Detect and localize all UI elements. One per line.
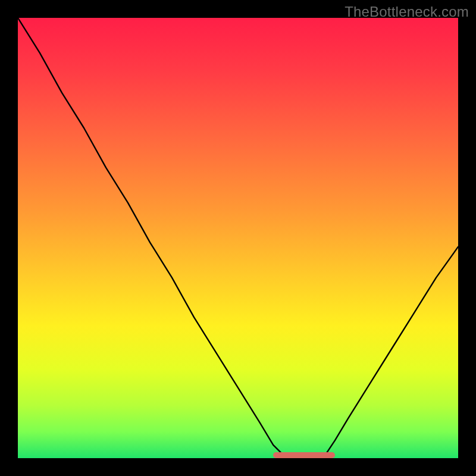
optimal-range-marker — [273, 452, 335, 458]
watermark-text: TheBottleneck.com — [345, 4, 469, 20]
plot-area — [18, 18, 458, 458]
bottleneck-curve — [18, 18, 458, 458]
chart-frame: TheBottleneck.com — [0, 0, 476, 476]
